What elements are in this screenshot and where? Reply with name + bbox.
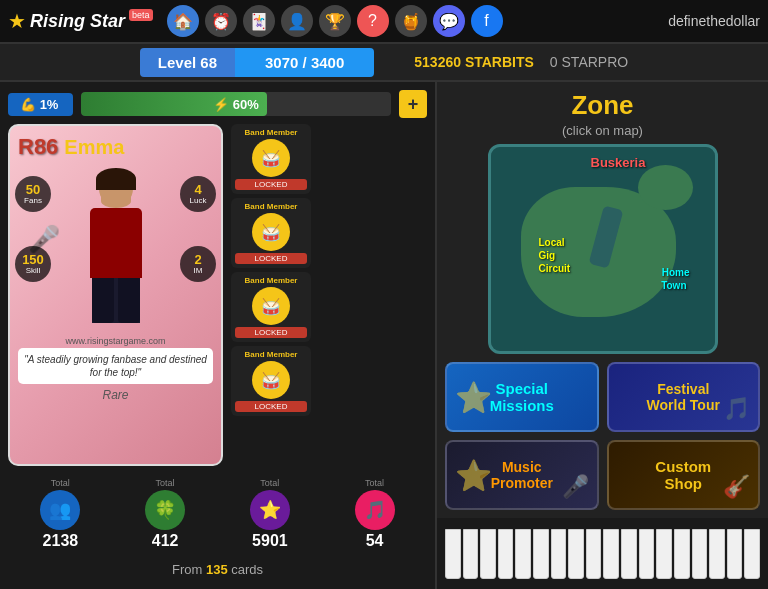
starpro-info: 0 STARPRO bbox=[550, 54, 628, 70]
white-key[interactable] bbox=[744, 529, 760, 579]
band-slot-3-locked: LOCKED bbox=[235, 327, 307, 338]
fans-total-icon: 👥 bbox=[40, 490, 80, 530]
clock-nav-icon[interactable]: ⏰ bbox=[205, 5, 237, 37]
festival-world-tour-button[interactable]: Festival World Tour 🎵 bbox=[607, 362, 761, 432]
card-name: Emma bbox=[64, 136, 124, 159]
map-local-label[interactable]: Local bbox=[539, 237, 565, 248]
level-label: Level 68 bbox=[140, 48, 235, 77]
card-rarity: Rare bbox=[18, 388, 213, 402]
map-container[interactable]: Buskeria Local Gig Circuit Home Town bbox=[488, 144, 718, 354]
question-nav-icon[interactable]: ? bbox=[357, 5, 389, 37]
home-nav-icon[interactable]: 🏠 bbox=[167, 5, 199, 37]
trophy-nav-icon[interactable]: 🏆 bbox=[319, 5, 351, 37]
white-key[interactable] bbox=[498, 529, 514, 579]
promoter-icon-left: ⭐ bbox=[455, 458, 492, 493]
stat-skill-badge: 150 Skill bbox=[15, 246, 51, 282]
total-im-label: Total bbox=[365, 478, 384, 488]
custom-shop-button[interactable]: Custom Shop 🎸 bbox=[607, 440, 761, 510]
plus-button[interactable]: + bbox=[399, 90, 427, 118]
white-key[interactable] bbox=[692, 529, 708, 579]
white-key[interactable] bbox=[515, 529, 531, 579]
stat-luck-badge: 4 Luck bbox=[180, 176, 216, 212]
map-buskeria-label[interactable]: Buskeria bbox=[591, 155, 646, 170]
total-skill-label: Total bbox=[260, 478, 279, 488]
band-slot-4-locked: LOCKED bbox=[235, 401, 307, 412]
skill-total-icon: ⭐ bbox=[250, 490, 290, 530]
special-missions-button[interactable]: ⭐ Special Missions bbox=[445, 362, 599, 432]
total-im-item: Total 🎵 54 bbox=[355, 478, 395, 550]
white-key[interactable] bbox=[639, 529, 655, 579]
band-slot-4-icon[interactable]: 🥁 bbox=[252, 361, 290, 399]
map-town-label[interactable]: Town bbox=[661, 280, 686, 291]
map-home-label[interactable]: Home bbox=[662, 267, 690, 278]
white-key[interactable] bbox=[463, 529, 479, 579]
cards-nav-icon[interactable]: 🃏 bbox=[243, 5, 275, 37]
white-key[interactable] bbox=[568, 529, 584, 579]
band-slot-2-icon[interactable]: 🥁 bbox=[252, 213, 290, 251]
beta-badge: beta bbox=[129, 9, 153, 21]
card-band-area: R86 Emma bbox=[8, 124, 427, 466]
main-content: 💪 1% ⚡ 60% + R86 Emma bbox=[0, 82, 768, 589]
white-key[interactable] bbox=[621, 529, 637, 579]
person-nav-icon[interactable]: 👤 bbox=[281, 5, 313, 37]
facebook-nav-icon[interactable]: f bbox=[471, 5, 503, 37]
discord-nav-icon[interactable]: 💬 bbox=[433, 5, 465, 37]
piano-area bbox=[437, 518, 768, 589]
hive-nav-icon[interactable]: 🍯 bbox=[395, 5, 427, 37]
white-key[interactable] bbox=[603, 529, 619, 579]
character-card: R86 Emma bbox=[8, 124, 223, 466]
stat-bars: 💪 1% ⚡ 60% + bbox=[8, 90, 427, 118]
cards-count: 135 bbox=[206, 562, 228, 577]
bottom-stats: Total 👥 2138 Total 🍀 412 Total ⭐ 5901 To… bbox=[8, 472, 427, 556]
energy-label: ⚡ 60% bbox=[213, 97, 259, 112]
band-members-panel: Band Member 🥁 LOCKED Band Member 🥁 LOCKE… bbox=[231, 124, 311, 466]
white-key[interactable] bbox=[480, 529, 496, 579]
music-promoter-button[interactable]: ⭐ Music Promoter 🎤 bbox=[445, 440, 599, 510]
total-skill-value: 5901 bbox=[252, 532, 288, 550]
band-slot-3[interactable]: Band Member 🥁 LOCKED bbox=[231, 272, 311, 342]
festival-label-1: Festival bbox=[657, 381, 709, 397]
total-fans-label: Total bbox=[51, 478, 70, 488]
guitar-icon: 🎸 bbox=[723, 474, 750, 500]
ego-value: 1% bbox=[40, 97, 59, 112]
promoter-label-1: Music bbox=[502, 459, 542, 475]
piano-keys bbox=[445, 529, 760, 579]
left-panel: 💪 1% ⚡ 60% + R86 Emma bbox=[0, 82, 435, 589]
total-im-value: 54 bbox=[366, 532, 384, 550]
band-slot-3-label: Band Member bbox=[245, 276, 298, 285]
energy-bar-container: ⚡ 60% bbox=[81, 92, 391, 116]
promoter-label-2: Promoter bbox=[491, 475, 553, 491]
white-key[interactable] bbox=[445, 529, 461, 579]
white-key[interactable] bbox=[727, 529, 743, 579]
white-key[interactable] bbox=[586, 529, 602, 579]
festival-label-2: World Tour bbox=[647, 397, 720, 413]
card-title: R86 Emma bbox=[18, 134, 213, 160]
band-slot-1-icon[interactable]: 🥁 bbox=[252, 139, 290, 177]
white-key[interactable] bbox=[709, 529, 725, 579]
map-gig-label[interactable]: Gig bbox=[539, 250, 556, 261]
luck-total-icon: 🍀 bbox=[145, 490, 185, 530]
band-slot-1[interactable]: Band Member 🥁 LOCKED bbox=[231, 124, 311, 194]
map-circuit-label[interactable]: Circuit bbox=[539, 263, 571, 274]
special-missions-label-2: Missions bbox=[490, 397, 554, 414]
white-key[interactable] bbox=[533, 529, 549, 579]
stat-im-badge: 2 IM bbox=[180, 246, 216, 282]
white-key[interactable] bbox=[674, 529, 690, 579]
white-key[interactable] bbox=[656, 529, 672, 579]
special-missions-icon: ⭐ bbox=[455, 380, 492, 415]
star-icon: ★ bbox=[8, 9, 26, 33]
right-panel: Zone (click on map) Buskeria Local Gig C… bbox=[435, 82, 768, 589]
card-website: www.risingstargame.com bbox=[18, 336, 213, 346]
band-slot-3-icon[interactable]: 🥁 bbox=[252, 287, 290, 325]
band-slot-4[interactable]: Band Member 🥁 LOCKED bbox=[231, 346, 311, 416]
white-key[interactable] bbox=[551, 529, 567, 579]
ego-icon: 💪 bbox=[20, 97, 36, 112]
band-slot-2[interactable]: Band Member 🥁 LOCKED bbox=[231, 198, 311, 268]
ego-bar: 💪 1% bbox=[8, 93, 73, 116]
band-slot-1-locked: LOCKED bbox=[235, 179, 307, 190]
total-fans-value: 2138 bbox=[43, 532, 79, 550]
total-luck-item: Total 🍀 412 bbox=[145, 478, 185, 550]
stat-fans-badge: 50 Fans bbox=[15, 176, 51, 212]
starbits-info: 513260 STARBITS bbox=[414, 54, 534, 70]
band-slot-1-label: Band Member bbox=[245, 128, 298, 137]
